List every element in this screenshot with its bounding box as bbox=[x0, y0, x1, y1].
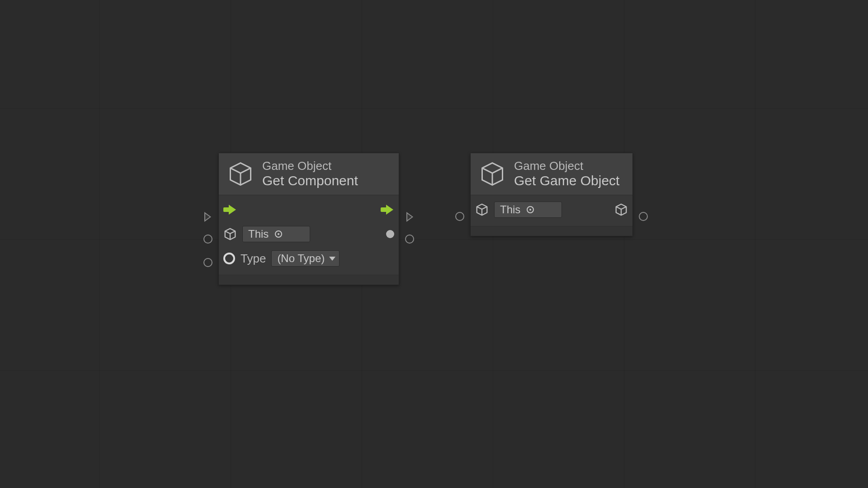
target-in-port[interactable] bbox=[455, 212, 464, 221]
component-out-port[interactable] bbox=[405, 235, 414, 244]
row-target: This bbox=[223, 223, 394, 245]
node-get-game-object[interactable]: Game Object Get Game Object This bbox=[470, 153, 633, 236]
flow-out-arrow-icon bbox=[381, 205, 394, 214]
target-object-value: This bbox=[500, 203, 520, 216]
type-dropdown-value: (No Type) bbox=[277, 252, 325, 265]
node-header[interactable]: Game Object Get Game Object bbox=[471, 153, 632, 195]
node-title: Get Game Object bbox=[514, 173, 619, 189]
node-body: This Type (No Type) bbox=[219, 195, 399, 275]
game-object-port-icon bbox=[223, 227, 237, 241]
component-output-icon bbox=[386, 230, 394, 238]
type-in-port[interactable] bbox=[203, 258, 212, 267]
node-body: This bbox=[471, 195, 632, 226]
game-object-icon bbox=[227, 160, 254, 188]
target-object-field[interactable]: This bbox=[494, 202, 562, 218]
row-type: Type (No Type) bbox=[223, 248, 394, 269]
type-dropdown[interactable]: (No Type) bbox=[271, 250, 340, 267]
node-footer bbox=[219, 275, 399, 285]
game-object-icon bbox=[479, 160, 506, 188]
object-picker-icon[interactable] bbox=[275, 230, 282, 238]
node-get-component[interactable]: Game Object Get Component bbox=[218, 153, 399, 285]
visual-scripting-canvas[interactable]: Game Object Get Component bbox=[0, 0, 868, 488]
flow-out-port[interactable] bbox=[406, 212, 413, 222]
node-category: Game Object bbox=[514, 160, 619, 173]
game-object-port-icon bbox=[475, 203, 489, 216]
node-title: Get Component bbox=[262, 173, 358, 189]
node-footer bbox=[471, 226, 632, 236]
chevron-down-icon bbox=[329, 257, 335, 261]
flow-in-port[interactable] bbox=[204, 212, 211, 222]
flow-in-arrow-icon bbox=[223, 205, 237, 214]
row-target: This bbox=[475, 199, 628, 221]
object-picker-icon[interactable] bbox=[527, 206, 534, 213]
game-object-out-port[interactable] bbox=[639, 212, 648, 221]
node-category: Game Object bbox=[262, 160, 358, 173]
type-label: Type bbox=[241, 252, 266, 266]
target-object-value: This bbox=[248, 228, 269, 240]
game-object-output-icon bbox=[614, 203, 628, 216]
row-flow bbox=[223, 199, 394, 221]
type-port-icon bbox=[223, 253, 235, 264]
target-in-port[interactable] bbox=[203, 235, 212, 244]
target-object-field[interactable]: This bbox=[242, 226, 310, 242]
node-header[interactable]: Game Object Get Component bbox=[219, 153, 399, 195]
